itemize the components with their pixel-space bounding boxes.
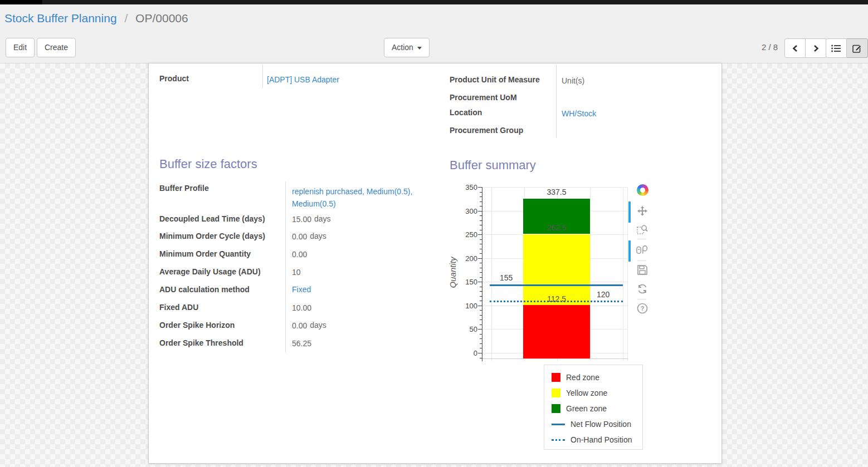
product-uom-value: Unit(s) (562, 76, 584, 85)
record-pager (784, 38, 827, 58)
order-spike-horizon-label: Order Spike Horizon (159, 321, 235, 330)
hover-compare-icon[interactable] (636, 244, 648, 256)
control-panel: Stock Buffer Planning / OP/00006 Edit Cr… (0, 4, 868, 63)
y-tick-300: 300 (455, 207, 477, 215)
min-order-qty-value: 0.00 (292, 249, 307, 258)
annotation-top-of-red: 112.5 (523, 294, 590, 303)
chart-legend: Red zone Yellow zone Green zone Net Flow… (544, 365, 643, 450)
company-value-clipped[interactable]: My Company (561, 63, 607, 63)
form-view-background: My Company Product [ADPT] USB Adapter Pr… (0, 63, 868, 467)
field-separator (285, 181, 286, 352)
create-button[interactable]: Create (37, 38, 76, 57)
legend-item-green-zone[interactable]: Green zone (552, 403, 607, 414)
y-axis-line (482, 187, 482, 361)
chevron-left-icon (792, 45, 799, 52)
product-uom-label: Product Unit of Measure (450, 75, 540, 84)
svg-text:?: ? (641, 305, 645, 312)
yellow-swatch (552, 389, 560, 397)
adu-method-label: ADU calculation method (159, 285, 250, 294)
adu-method-value-link[interactable]: Fixed (292, 285, 311, 294)
list-view-button[interactable] (826, 38, 847, 58)
min-order-qty-label: Minimum Order Quantity (159, 249, 251, 258)
y-tick-150: 150 (455, 278, 477, 286)
help-icon[interactable]: ? (636, 302, 648, 314)
modebar-indicator (628, 240, 631, 262)
annotation-net-flow-position: 155 (500, 273, 513, 282)
breadcrumb-parent-link[interactable]: Stock Buffer Planning (4, 12, 117, 24)
top-nav-bar (0, 0, 868, 4)
field-separator (262, 65, 263, 88)
adu-label: Average Daily Usage (ADU) (159, 267, 261, 276)
fixed-adu-value: 10.00 (292, 303, 311, 312)
dotted-line-swatch (552, 439, 565, 441)
action-dropdown-button[interactable]: Action (384, 38, 430, 57)
breadcrumb-separator: / (124, 12, 128, 24)
pan-icon[interactable] (636, 205, 648, 217)
y-tick-250: 250 (455, 230, 477, 239)
buffer-profile-value-link[interactable]: replenish purchased, Medium(0.5), Medium… (292, 185, 431, 210)
reset-axes-icon[interactable] (636, 283, 648, 295)
order-spike-horizon-value: 0.00days (292, 321, 326, 330)
min-order-cycle-label: Minimum Order Cycle (days) (159, 232, 265, 240)
x-axis-line (482, 358, 628, 359)
green-swatch (552, 404, 560, 413)
y-tick-0: 0 (455, 349, 477, 357)
view-switcher (826, 38, 868, 58)
location-label: Location (450, 108, 482, 117)
legend-item-on-hand-position[interactable]: On-Hand Position (552, 434, 632, 445)
product-label: Product (159, 74, 189, 83)
adu-value: 10 (292, 267, 301, 276)
pager-count: 2 / 8 (762, 42, 778, 52)
buffer-summary-chart: 337.5 262.5 112.5 155 120 350 300 250 20… (451, 181, 657, 371)
y-axis-title: Quantity (448, 237, 457, 309)
plotly-logo[interactable] (636, 184, 648, 196)
modebar-indicator (628, 201, 631, 223)
chevron-right-icon (812, 45, 820, 52)
form-view-button[interactable] (847, 38, 868, 58)
net-flow-position-line (490, 284, 623, 286)
breadcrumb-current: OP/00006 (135, 12, 188, 24)
previous-record-button[interactable] (784, 38, 806, 58)
edit-form-icon (852, 43, 862, 53)
list-icon (831, 45, 841, 52)
edit-button[interactable]: Edit (6, 38, 35, 57)
buffer-size-factors-title: Buffer size factors (159, 157, 257, 171)
product-value-link[interactable]: [ADPT] USB Adapter (267, 75, 339, 84)
annotation-on-hand-position: 120 (597, 290, 609, 299)
field-separator (556, 65, 557, 138)
order-spike-threshold-value: 56.25 (292, 338, 311, 347)
red-zone-bar (523, 305, 590, 358)
annotation-top-of-green: 337.5 (523, 188, 590, 196)
form-sheet: My Company Product [ADPT] USB Adapter Pr… (148, 63, 722, 464)
legend-item-yellow-zone[interactable]: Yellow zone (552, 387, 607, 399)
top-nav-bar-segment (0, 0, 42, 4)
procurement-group-label: Procurement Group (450, 126, 523, 135)
line-swatch (552, 424, 565, 425)
y-tick-100: 100 (455, 302, 477, 310)
annotation-top-of-yellow: 262.5 (523, 223, 590, 232)
buffer-profile-label: Buffer Profile (159, 184, 209, 193)
zoom-box-icon[interactable] (636, 223, 648, 235)
caret-down-icon (417, 47, 422, 50)
y-tick-50: 50 (455, 325, 477, 333)
screen: Stock Buffer Planning / OP/00006 Edit Cr… (0, 0, 868, 467)
breadcrumb: Stock Buffer Planning / OP/00006 (4, 12, 188, 25)
buffer-summary-title: Buffer summary (450, 158, 536, 173)
decoupled-lead-time-value: 15.00days (292, 214, 331, 223)
y-tick-350: 350 (455, 183, 477, 191)
red-swatch (552, 373, 560, 382)
fixed-adu-label: Fixed ADU (159, 303, 198, 312)
decoupled-lead-time-label: Decoupled Lead Time (days) (159, 214, 265, 223)
procurement-uom-label: Procurement UoM (450, 93, 517, 102)
y-tick-200: 200 (455, 254, 477, 263)
min-order-cycle-value: 0.00days (292, 232, 326, 240)
location-value-link[interactable]: WH/Stock (562, 109, 596, 118)
next-record-button[interactable] (806, 38, 827, 58)
y-axis-major-ticks (478, 187, 482, 354)
order-spike-threshold-label: Order Spike Threshold (159, 338, 243, 347)
save-icon[interactable] (636, 264, 648, 276)
legend-item-red-zone[interactable]: Red zone (552, 372, 599, 383)
legend-item-net-flow-position[interactable]: Net Flow Position (552, 419, 631, 430)
